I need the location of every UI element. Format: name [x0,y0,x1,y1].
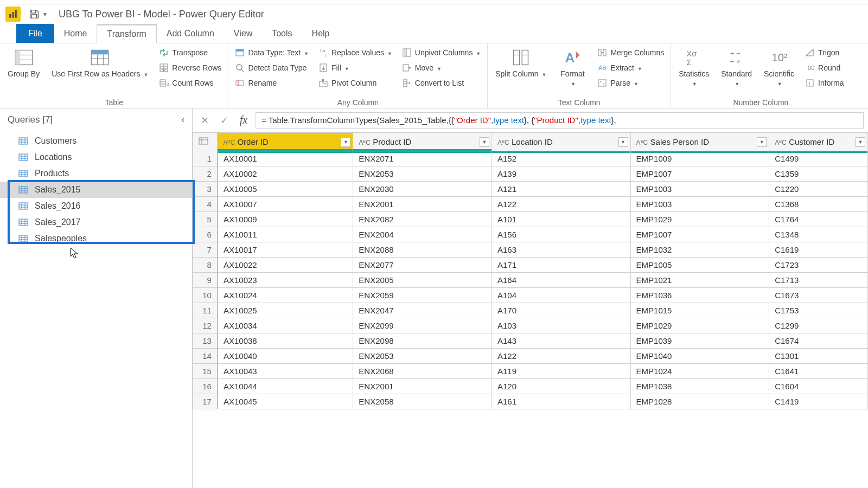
row-number[interactable]: 9 [193,273,218,288]
column-header-order-id[interactable]: AᴮCOrder ID▼ [218,133,353,151]
table-cell[interactable]: ENX2053 [353,166,492,182]
datatype-button[interactable]: Data Type: Text ▼ [233,47,311,59]
row-number[interactable]: 5 [193,212,218,227]
table-cell[interactable]: ENX2099 [353,318,492,333]
table-row[interactable]: 1AX10001ENX2071A152EMP1009C1499 [193,151,868,166]
table-cell[interactable]: A163 [492,242,630,258]
table-cell[interactable]: ENX2088 [353,242,492,258]
table-cell[interactable]: A122 [492,197,630,212]
table-cell[interactable]: ENX2068 [353,364,492,379]
table-cell[interactable]: AX10017 [218,242,353,258]
table-cell[interactable]: A104 [492,288,630,303]
fx-icon[interactable]: fx [236,113,251,128]
table-cell[interactable]: C1499 [769,151,868,166]
table-row[interactable]: 13AX10038ENX2098A143EMP1039C1674 [193,333,868,349]
groupby-button[interactable]: Group By [4,46,43,81]
table-cell[interactable]: C1220 [769,182,868,197]
table-cell[interactable]: EMP1028 [630,394,769,409]
column-filter-dropdown[interactable]: ▼ [618,137,628,147]
qat-dropdown[interactable]: ▼ [42,11,48,17]
table-row[interactable]: 12AX10034ENX2099A103EMP1029C1299 [193,318,868,333]
table-cell[interactable]: EMP1007 [630,166,769,182]
scientific-button[interactable]: 10² Scientific▼ [761,46,797,90]
table-cell[interactable]: C1619 [769,242,868,258]
row-number[interactable]: 12 [193,318,218,333]
table-row[interactable]: 9AX10023ENX2005A164EMP1021C1713 [193,273,868,288]
column-filter-dropdown[interactable]: ▼ [757,137,767,147]
table-cell[interactable]: EMP1029 [630,318,769,333]
table-cell[interactable]: ENX2004 [353,227,492,242]
table-cell[interactable]: AX10038 [218,333,353,349]
table-cell[interactable]: ENX2077 [353,258,492,273]
table-cell[interactable]: A122 [492,349,630,364]
trig-button[interactable]: Trigon [803,47,846,59]
statistics-button[interactable]: XσΣ Statistics▼ [675,46,712,90]
table-row[interactable]: 11AX10025ENX2047A170EMP1015C1753 [193,303,868,318]
info-button[interactable]: iInforma [803,77,846,89]
tab-help[interactable]: Help [302,24,340,43]
row-number[interactable]: 16 [193,379,218,394]
unpivot-button[interactable]: Unpivot Columns ▼ [400,47,483,59]
countrows-button[interactable]: 3Count Rows [157,77,224,89]
row-number[interactable]: 1 [193,151,218,166]
table-row[interactable]: 7AX10017ENX2088A163EMP1032C1619 [193,242,868,258]
collapse-queries-icon[interactable]: ‹ [181,114,184,125]
table-cell[interactable]: ENX2082 [353,212,492,227]
query-item-customers[interactable]: Customers [0,133,192,149]
table-cell[interactable]: ENX2059 [353,288,492,303]
save-icon[interactable] [28,8,40,20]
tab-addcolumn[interactable]: Add Column [157,24,224,43]
table-cell[interactable]: C1674 [769,333,868,349]
table-corner[interactable] [193,133,218,151]
table-cell[interactable]: AX10040 [218,349,353,364]
table-cell[interactable]: ENX2053 [353,349,492,364]
table-cell[interactable]: C1764 [769,212,868,227]
table-cell[interactable]: ENX2058 [353,394,492,409]
table-cell[interactable]: C1641 [769,364,868,379]
table-row[interactable]: 16AX10044ENX2001A120EMP1038C1604 [193,379,868,394]
table-cell[interactable]: C1723 [769,258,868,273]
table-cell[interactable]: AX10024 [218,288,353,303]
table-cell[interactable]: EMP1032 [630,242,769,258]
column-header-location-id[interactable]: AᴮCLocation ID▼ [492,133,630,151]
table-cell[interactable]: EMP1005 [630,258,769,273]
data-grid[interactable]: AᴮCOrder ID▼AᴮCProduct ID▼AᴮCLocation ID… [193,132,868,488]
table-cell[interactable]: EMP1040 [630,349,769,364]
column-filter-dropdown[interactable]: ▼ [341,137,350,147]
table-cell[interactable]: C1368 [769,197,868,212]
table-cell[interactable]: C1359 [769,166,868,182]
table-cell[interactable]: AX10011 [218,227,353,242]
table-cell[interactable]: AX10009 [218,212,353,227]
row-number[interactable]: 15 [193,364,218,379]
query-item-sales_2016[interactable]: Sales_2016 [0,198,192,214]
splitcolumn-button[interactable]: Split Column ▼ [492,46,550,81]
table-cell[interactable]: EMP1003 [630,182,769,197]
table-cell[interactable]: ENX2071 [353,151,492,166]
table-cell[interactable]: A156 [492,227,630,242]
detecttype-button[interactable]: Detect Data Type [233,62,311,74]
table-cell[interactable]: AX10001 [218,151,353,166]
table-cell[interactable]: AX10005 [218,182,353,197]
replacevalues-button[interactable]: 12Replace Values ▼ [316,47,394,59]
row-number[interactable]: 4 [193,197,218,212]
converttolist-button[interactable]: Convert to List [400,77,483,89]
table-cell[interactable]: EMP1015 [630,303,769,318]
table-cell[interactable]: ENX2030 [353,182,492,197]
table-cell[interactable]: ENX2098 [353,333,492,349]
row-number[interactable]: 6 [193,227,218,242]
table-cell[interactable]: AX10022 [218,258,353,273]
table-row[interactable]: 10AX10024ENX2059A104EMP1036C1673 [193,288,868,303]
table-cell[interactable]: A121 [492,182,630,197]
table-cell[interactable]: A143 [492,333,630,349]
table-cell[interactable]: C1673 [769,288,868,303]
table-cell[interactable]: AX10044 [218,379,353,394]
row-number[interactable]: 13 [193,333,218,349]
row-number[interactable]: 3 [193,182,218,197]
pivotcolumn-button[interactable]: Pivot Column [316,77,394,89]
table-cell[interactable]: C1348 [769,227,868,242]
table-cell[interactable]: EMP1003 [630,197,769,212]
table-cell[interactable]: C1604 [769,379,868,394]
row-number[interactable]: 2 [193,166,218,182]
column-filter-dropdown[interactable]: ▼ [856,137,865,147]
table-cell[interactable]: ENX2005 [353,273,492,288]
